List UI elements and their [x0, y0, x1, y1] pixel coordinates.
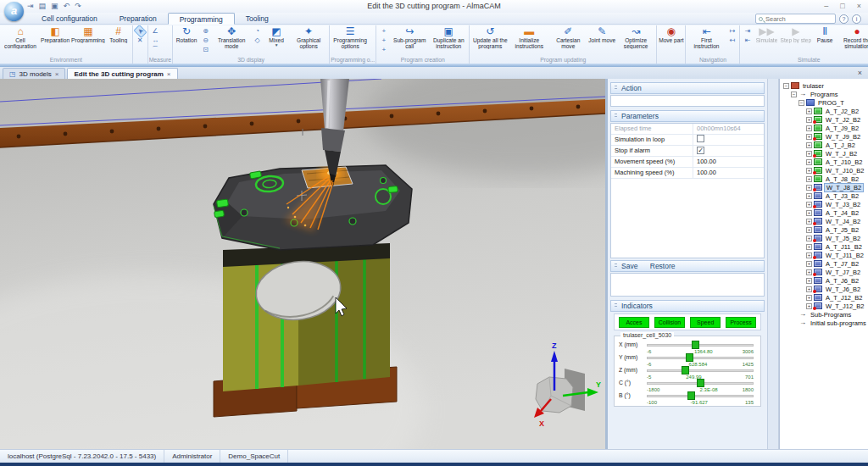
- tree-expander-icon[interactable]: −: [783, 83, 789, 89]
- cell-configuration-button[interactable]: ⌂Cell configuration: [1, 25, 40, 49]
- tree-expander-icon[interactable]: +: [806, 108, 812, 114]
- first-instruction-button[interactable]: ⇤First instruction: [687, 25, 726, 49]
- tree-row-trulaser[interactable]: −trulaser: [782, 81, 868, 90]
- tree-expander-icon[interactable]: +: [806, 295, 812, 301]
- next-instruction-icon[interactable]: ↦: [726, 27, 737, 36]
- tab-close-icon[interactable]: ×: [55, 70, 59, 78]
- translation-mode-button[interactable]: ✥Translation mode: [212, 25, 251, 49]
- measure-distance-icon[interactable]: ↔: [150, 36, 161, 45]
- rotation-button[interactable]: ↻Rotation: [174, 25, 199, 43]
- tree-row-sub-programs[interactable]: →Sub-Programs: [782, 310, 868, 319]
- insert-instruction-icon[interactable]: +: [378, 36, 389, 45]
- tree-expander-icon[interactable]: +: [806, 303, 812, 309]
- tree-row-w-t-j7-b2[interactable]: +W_T_J7_B2: [782, 268, 868, 276]
- tree-row-w-t-j10-b2[interactable]: +W_T_J10_B2: [782, 166, 868, 175]
- cartesian-move-button[interactable]: ✐Cartesian move: [548, 25, 587, 49]
- tree-expander-icon[interactable]: +: [806, 142, 812, 148]
- tab-close-icon[interactable]: ×: [167, 70, 171, 78]
- step-by-step-button[interactable]: ▶Step by step: [779, 25, 812, 43]
- parameters-panel-header[interactable]: Parameters: [610, 110, 765, 122]
- checkbox-simulation-in-loop[interactable]: [697, 135, 704, 142]
- tree-expander-icon[interactable]: +: [806, 193, 812, 199]
- tree-row-initial-sub-programs[interactable]: →Initial sub-programs: [782, 319, 868, 327]
- help-button[interactable]: ?: [839, 14, 849, 24]
- tree-row-w-t-j11-b2[interactable]: +W_T_J11_B2: [782, 251, 868, 259]
- tree-row-w-t-j12-b2[interactable]: +W_T_J12_B2: [782, 302, 868, 310]
- zoom-in-icon[interactable]: ⊕: [200, 27, 211, 36]
- save-button[interactable]: Save: [621, 262, 637, 270]
- tree-row-a-t-j-b2[interactable]: +A_T_J_B2: [782, 141, 868, 149]
- slider-track[interactable]: [647, 344, 754, 347]
- maximize-button[interactable]: □: [840, 1, 844, 11]
- search-box[interactable]: [755, 14, 836, 24]
- tree-expander-icon[interactable]: +: [806, 261, 812, 267]
- close-button[interactable]: ×: [857, 1, 861, 11]
- tree-expander-icon[interactable]: +: [806, 278, 812, 284]
- indicators-panel-header[interactable]: Indicators: [610, 300, 765, 312]
- tooling-button[interactable]: #Tooling: [106, 25, 131, 43]
- doc-tab-3d-models[interactable]: ◳3D models×: [3, 68, 65, 79]
- tree-row-a-t-j9-b2[interactable]: +A_T_J9_B2: [782, 124, 868, 132]
- ribbon-tab-tooling[interactable]: Tooling: [235, 13, 280, 25]
- tree-row-a-t-j7-b2[interactable]: +A_T_J7_B2: [782, 259, 868, 268]
- minimize-button[interactable]: –: [824, 1, 828, 11]
- tree-expander-icon[interactable]: +: [806, 236, 812, 241]
- zoom-out-icon[interactable]: ⊖: [200, 36, 211, 45]
- slider-thumb[interactable]: [697, 379, 704, 387]
- tree-expander-icon[interactable]: +: [806, 117, 812, 123]
- tree-row-a-t-j5-b2[interactable]: +A_T_J5_B2: [782, 225, 868, 234]
- measure-angle-icon[interactable]: ∠: [150, 27, 161, 36]
- app-logo[interactable]: a: [4, 2, 24, 21]
- tree-row-w-t-j9-b2[interactable]: +W_T_J9_B2: [782, 132, 868, 141]
- joint-move-button[interactable]: ✎Joint move: [587, 25, 616, 43]
- slider-track[interactable]: [647, 395, 754, 397]
- tree-row-a-t-j6-b2[interactable]: +A_T_J6_B2: [782, 276, 868, 285]
- duplicate-an-instruction-button[interactable]: ▣Duplicate an instruction: [429, 25, 468, 49]
- programming-options-button[interactable]: ☰Programming options: [331, 25, 370, 49]
- tree-row-a-t-j4-b2[interactable]: +A_T_J4_B2: [782, 208, 868, 217]
- restore-button[interactable]: Restore: [650, 262, 676, 270]
- search-input[interactable]: [763, 14, 832, 24]
- sub-program-call-button[interactable]: ↪Sub-program call: [390, 25, 429, 49]
- tree-expander-icon[interactable]: +: [806, 151, 812, 157]
- optimize-sequence-button[interactable]: ↝Optimize sequence: [616, 25, 655, 49]
- tree-row-w-t-j-b2[interactable]: +W_T_J_B2: [782, 149, 868, 158]
- tree-expander-icon[interactable]: +: [806, 125, 812, 131]
- tree-expander-icon[interactable]: +: [806, 202, 812, 208]
- update-all-the-programs-button[interactable]: ↺Update all the programs: [470, 25, 509, 49]
- slider-track[interactable]: [647, 369, 754, 372]
- graphical-options-button[interactable]: ✦Graphical options: [289, 25, 328, 49]
- tree-row-a-t-j12-b2[interactable]: +A_T_J12_B2: [782, 293, 868, 302]
- parameter-value[interactable]: 100.00: [693, 168, 764, 178]
- tree-row-programs[interactable]: −→Programs: [782, 90, 868, 98]
- tree-row-w-t-j3-b2[interactable]: +W_T_J3_B2: [782, 200, 868, 208]
- simulate-button[interactable]: ▶▶Simulate: [754, 25, 779, 43]
- doc-tab-edit-the-3d-cutting-program[interactable]: Edit the 3D cutting program×: [67, 68, 177, 79]
- parameter-value[interactable]: 00h00mn10s64: [693, 124, 764, 134]
- tree-row-w-t-j4-b2[interactable]: +W_T_J4_B2: [782, 217, 868, 225]
- tree-expander-icon[interactable]: +: [806, 210, 812, 216]
- ribbon-tab-programming[interactable]: Programming: [168, 13, 235, 25]
- tree-row-prog-t[interactable]: −PROG_T: [782, 98, 868, 107]
- tree-expander-icon[interactable]: +: [806, 219, 812, 225]
- pause-button[interactable]: ⅡPause: [812, 25, 837, 43]
- tree-expander-icon[interactable]: +: [806, 252, 812, 258]
- tree-row-a-t-j11-b2[interactable]: +A_T_J11_B2: [782, 242, 868, 251]
- ribbon-tab-preparation[interactable]: Preparation: [108, 13, 168, 25]
- tree-expander-icon[interactable]: +: [806, 269, 812, 275]
- tree-expander-icon[interactable]: +: [806, 159, 812, 165]
- slider-thumb[interactable]: [692, 341, 699, 349]
- slider-track[interactable]: [647, 357, 754, 359]
- tree-expander-icon[interactable]: −: [798, 100, 804, 106]
- mixed-button[interactable]: ◩Mixed▾: [264, 25, 289, 47]
- panel-splitter-strip[interactable]: [768, 79, 779, 449]
- slider-thumb[interactable]: [687, 391, 695, 400]
- tree-expander-icon[interactable]: +: [806, 286, 812, 292]
- tree-expander-icon[interactable]: +: [806, 185, 812, 191]
- tree-row-a-t-j8-b2[interactable]: +A_T_J8_B2: [782, 175, 868, 183]
- tree-expander-icon[interactable]: +: [806, 176, 812, 182]
- slider-thumb[interactable]: [686, 353, 693, 362]
- tree-row-w-t-j6-b2[interactable]: +W_T_J6_B2: [782, 285, 868, 293]
- append-instruction-icon[interactable]: +: [378, 46, 389, 54]
- tree-row-a-t-j2-b2[interactable]: +A_T_J2_B2: [782, 107, 868, 115]
